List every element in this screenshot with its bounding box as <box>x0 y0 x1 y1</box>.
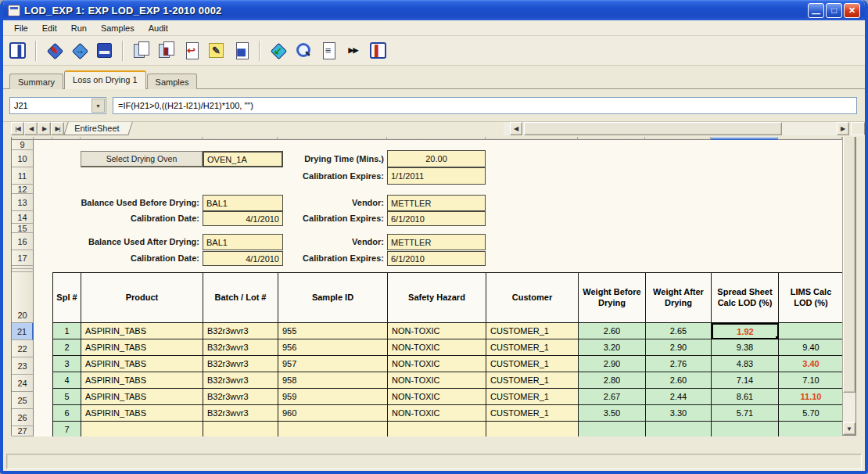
table-header-cell[interactable]: Weight Before Drying <box>579 273 646 323</box>
cell-sample_id-row2[interactable]: 956 <box>278 339 388 356</box>
paste-icon[interactable]: ▮ <box>156 41 176 60</box>
cell-weight_after-row6[interactable]: 3.30 <box>646 405 712 422</box>
cell-customer-row7[interactable] <box>486 422 579 436</box>
table-header-cell[interactable]: LIMS Calc LOD (%) <box>779 273 842 323</box>
cell-customer-row4[interactable]: CUSTOMER_1 <box>486 372 579 389</box>
menu-item-run[interactable]: Run <box>65 22 93 34</box>
cell-sample_id-row1[interactable]: 955 <box>278 323 388 339</box>
cell-sample_id-row5[interactable]: 959 <box>278 389 388 405</box>
cell-weight_before-row3[interactable]: 2.90 <box>579 356 646 372</box>
vertical-scrollbar[interactable]: ▲ ▼ <box>842 123 855 435</box>
report-icon[interactable]: ≡ <box>318 41 338 60</box>
exit-icon[interactable]: ▌ <box>368 41 388 60</box>
vendor-field-2[interactable]: METTLER <box>387 234 486 250</box>
table-header-cell[interactable]: Product <box>81 273 203 323</box>
calibration-expires-field-2[interactable]: 6/1/2010 <box>387 211 486 226</box>
cell-hazard-row4[interactable]: NON-TOXIC <box>388 372 486 389</box>
cell-customer-row2[interactable]: CUSTOMER_1 <box>486 339 579 356</box>
cell-lims_lod-row1[interactable] <box>779 323 842 339</box>
cell-batch-row1[interactable]: B32r3wvr3 <box>203 323 278 339</box>
dropdown-arrow-icon[interactable]: ▼ <box>91 99 105 113</box>
cell-product-row7[interactable] <box>81 422 203 436</box>
cell-product-row5[interactable]: ASPIRIN_TABS <box>81 389 203 405</box>
row-header-22[interactable]: 22 <box>12 340 34 357</box>
cell-weight_after-row7[interactable] <box>646 422 712 436</box>
row-header-20[interactable]: 20 <box>12 272 34 323</box>
cell-weight_before-row5[interactable]: 2.67 <box>579 389 646 405</box>
maximize-button[interactable]: □ <box>826 3 842 18</box>
menu-item-edit[interactable]: Edit <box>36 22 63 34</box>
cell-spl-row1[interactable]: 1 <box>53 323 81 339</box>
scroll-down-button[interactable]: ▼ <box>843 422 855 435</box>
horizontal-scrollbar[interactable]: ◀ ▶ <box>504 122 849 135</box>
cell-hazard-row6[interactable]: NON-TOXIC <box>388 405 486 422</box>
cell-product-row6[interactable]: ASPIRIN_TABS <box>81 405 203 422</box>
sheet-nav-next[interactable]: ▶ <box>38 122 51 135</box>
cell-spread_lod-row6[interactable]: 5.71 <box>712 405 779 422</box>
calibration-expires-field-3[interactable]: 6/1/2010 <box>387 251 486 266</box>
cell-hazard-row7[interactable] <box>388 422 486 436</box>
tab-samples[interactable]: Samples <box>147 74 198 89</box>
cell-weight_after-row2[interactable]: 2.90 <box>646 339 712 356</box>
cell-spl-row6[interactable]: 6 <box>53 405 81 422</box>
row-header-24[interactable]: 24 <box>12 375 34 392</box>
cell-hazard-row3[interactable]: NON-TOXIC <box>388 356 486 372</box>
cell-weight_after-row1[interactable]: 2.65 <box>646 323 712 339</box>
row-header-9[interactable]: 9 <box>12 140 34 150</box>
cell-weight_before-row6[interactable]: 3.50 <box>579 405 646 422</box>
row-header-17[interactable]: 17 <box>12 250 34 266</box>
cell-customer-row1[interactable]: CUSTOMER_1 <box>486 323 579 339</box>
sheet-tab[interactable]: EntireSheet <box>63 122 133 135</box>
cell-customer-row3[interactable]: CUSTOMER_1 <box>486 356 579 372</box>
cell-reference-box[interactable]: J21 ▼ <box>9 97 106 114</box>
cell-weight_before-row4[interactable]: 2.80 <box>579 372 646 389</box>
cell-product-row3[interactable]: ASPIRIN_TABS <box>81 356 203 372</box>
menu-item-file[interactable]: File <box>8 22 34 34</box>
balance-before-field[interactable]: BAL1 <box>203 195 283 211</box>
drying-time-field[interactable]: 20.00 <box>387 150 486 167</box>
table-header-cell[interactable]: Spl # <box>53 273 81 323</box>
sheet-nav-first[interactable]: |◀ <box>11 122 24 135</box>
table-header-cell[interactable]: Spread Sheet Calc LOD (%) <box>712 273 779 323</box>
cell-lims_lod-row3[interactable]: 3.40 <box>779 356 842 372</box>
minimize-button[interactable]: — <box>808 3 824 18</box>
horizontal-scroll-thumb[interactable] <box>524 122 782 135</box>
cell-spl-row7[interactable]: 7 <box>53 422 81 436</box>
row-header-23[interactable]: 23 <box>12 357 34 375</box>
cell-customer-row5[interactable]: CUSTOMER_1 <box>486 389 579 405</box>
cell-spread_lod-row5[interactable]: 8.61 <box>712 389 779 405</box>
cell-lims_lod-row5[interactable]: 11.10 <box>779 389 842 405</box>
row-header-25[interactable]: 25 <box>12 392 34 409</box>
cell-weight_after-row4[interactable]: 2.60 <box>646 372 712 389</box>
row-header-21[interactable]: 21 <box>12 323 34 340</box>
edit-cell-icon[interactable]: ✎ <box>206 41 226 60</box>
row-header-13[interactable]: 13 <box>12 194 34 211</box>
vertical-scroll-thumb[interactable] <box>843 136 855 393</box>
menu-item-samples[interactable]: Samples <box>95 22 141 34</box>
scroll-left-button[interactable]: ◀ <box>510 122 522 135</box>
table-header-cell[interactable]: Batch / Lot # <box>203 273 278 323</box>
cell-weight_before-row2[interactable]: 3.20 <box>579 339 646 356</box>
cell-spread_lod-row4[interactable]: 7.14 <box>712 372 779 389</box>
tab-summary[interactable]: Summary <box>9 74 63 89</box>
table-header-cell[interactable]: Safety Hazard <box>388 273 486 323</box>
cell-spread_lod-row2[interactable]: 9.38 <box>712 339 779 356</box>
chart-view-icon[interactable]: ▅ <box>231 41 251 60</box>
cell-spread_lod-row7[interactable] <box>712 422 779 436</box>
row-header-14[interactable]: 14 <box>12 211 34 224</box>
cell-spl-row4[interactable]: 4 <box>53 372 81 389</box>
cell-spl-row3[interactable]: 3 <box>53 356 81 372</box>
balance-after-field[interactable]: BAL1 <box>203 234 283 250</box>
cell-batch-row6[interactable]: B32r3wvr3 <box>203 405 278 422</box>
refresh-data-icon[interactable]: ✎ <box>45 41 64 60</box>
cell-customer-row6[interactable]: CUSTOMER_1 <box>486 405 579 422</box>
cell-weight_before-row7[interactable] <box>579 422 646 436</box>
scroll-right-button[interactable]: ▶ <box>837 122 849 135</box>
cell-sample_id-row7[interactable] <box>278 422 388 436</box>
cell-product-row4[interactable]: ASPIRIN_TABS <box>81 372 203 389</box>
cell-product-row2[interactable]: ASPIRIN_TABS <box>81 339 203 356</box>
row-header-10[interactable]: 10 <box>12 150 34 167</box>
vendor-field-1[interactable]: METTLER <box>387 195 486 211</box>
cell-lims_lod-row7[interactable] <box>779 422 842 436</box>
cell-spl-row5[interactable]: 5 <box>53 389 81 405</box>
